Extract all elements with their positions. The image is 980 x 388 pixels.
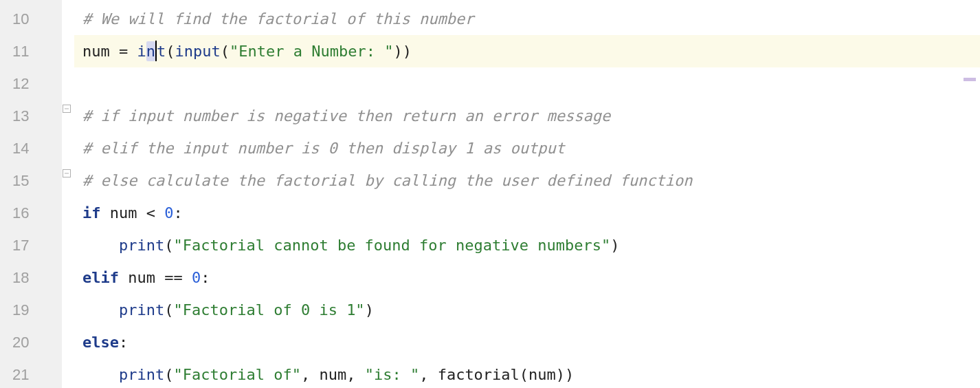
identifier: num	[82, 43, 119, 60]
builtin: print	[119, 237, 164, 254]
comment-text: # elif the input number is 0 then displa…	[82, 140, 565, 157]
string-literal: "is: "	[365, 366, 419, 383]
paren: (	[166, 43, 175, 60]
paren: )	[365, 301, 374, 319]
builtin: print	[119, 301, 164, 319]
caret-highlight: n	[146, 41, 155, 61]
code-line-18[interactable]: elif num == 0:	[74, 261, 980, 294]
code-line-12[interactable]	[74, 67, 980, 100]
number-literal: 0	[192, 269, 201, 286]
colon: :	[119, 334, 128, 351]
line-number[interactable]: 18	[0, 261, 62, 294]
indent	[82, 237, 119, 254]
line-number[interactable]: 16	[0, 197, 62, 229]
identifier: num	[319, 366, 346, 383]
code-line-17[interactable]: print("Factorial cannot be found for neg…	[74, 229, 980, 261]
line-number[interactable]: 11	[0, 35, 62, 67]
fold-close-icon[interactable]	[63, 169, 72, 179]
function-call: factorial	[438, 366, 520, 383]
number-literal: 0	[164, 204, 173, 222]
line-number[interactable]: 19	[0, 294, 62, 326]
paren: (	[164, 366, 173, 383]
keyword: else	[82, 334, 119, 351]
operator: =	[119, 43, 137, 60]
code-line-20[interactable]: else:	[74, 326, 980, 358]
keyword: if	[82, 204, 110, 222]
builtin: input	[175, 43, 220, 60]
string-literal: "Factorial of 0 is 1"	[173, 301, 364, 319]
builtin: t	[157, 43, 166, 60]
code-line-10[interactable]: # We will find the factorial of this num…	[74, 3, 980, 35]
string-literal: "Enter a Number: "	[230, 43, 393, 60]
line-number[interactable]: 10	[0, 3, 62, 35]
builtin: print	[119, 366, 164, 383]
fold-open-icon[interactable]	[63, 105, 72, 114]
code-line-13[interactable]: # if input number is negative then retur…	[74, 100, 980, 132]
comment-text: # We will find the factorial of this num…	[82, 10, 474, 28]
comma: ,	[301, 366, 320, 383]
line-number[interactable]: 15	[0, 164, 62, 197]
line-number[interactable]: 12	[0, 67, 62, 100]
paren: (	[164, 237, 173, 254]
comma: ,	[419, 366, 438, 383]
operator: ==	[164, 269, 192, 286]
builtin: i	[137, 43, 146, 60]
line-number-gutter: 10 11 12 13 14 15 16 17 18 19 20 21	[0, 0, 62, 388]
comma: ,	[346, 366, 365, 383]
line-number[interactable]: 14	[0, 132, 62, 164]
colon: :	[201, 269, 210, 286]
paren: ))	[393, 43, 412, 60]
identifier: num	[528, 366, 556, 383]
code-line-15[interactable]: # else calculate the factorial by callin…	[74, 164, 980, 197]
comment-text: # if input number is negative then retur…	[82, 107, 610, 125]
code-line-19[interactable]: print("Factorial of 0 is 1")	[74, 294, 980, 326]
line-number[interactable]: 21	[0, 358, 62, 388]
code-line-16[interactable]: if num < 0:	[74, 197, 980, 229]
indent	[82, 366, 119, 383]
line-number[interactable]: 17	[0, 229, 62, 261]
paren: ))	[556, 366, 575, 383]
colon: :	[173, 204, 182, 222]
code-line-14[interactable]: # elif the input number is 0 then displa…	[74, 132, 980, 164]
indent	[82, 301, 119, 319]
code-editor[interactable]: # We will find the factorial of this num…	[74, 0, 980, 388]
fold-gutter	[62, 0, 74, 388]
operator: <	[146, 204, 165, 222]
paren: (	[164, 301, 173, 319]
paren: )	[610, 237, 619, 254]
string-literal: "Factorial of"	[173, 366, 300, 383]
paren: (	[520, 366, 528, 383]
identifier: num	[110, 204, 146, 222]
string-literal: "Factorial cannot be found for negative …	[173, 237, 610, 254]
line-number[interactable]: 13	[0, 100, 62, 132]
keyword: elif	[82, 269, 128, 286]
identifier: num	[128, 269, 164, 286]
paren: (	[221, 43, 230, 60]
code-line-21[interactable]: print("Factorial of", num, "is: ", facto…	[74, 358, 980, 388]
line-number[interactable]: 20	[0, 326, 62, 358]
comment-text: # else calculate the factorial by callin…	[82, 172, 692, 189]
code-line-11[interactable]: num = int(input("Enter a Number: "))	[74, 35, 980, 67]
